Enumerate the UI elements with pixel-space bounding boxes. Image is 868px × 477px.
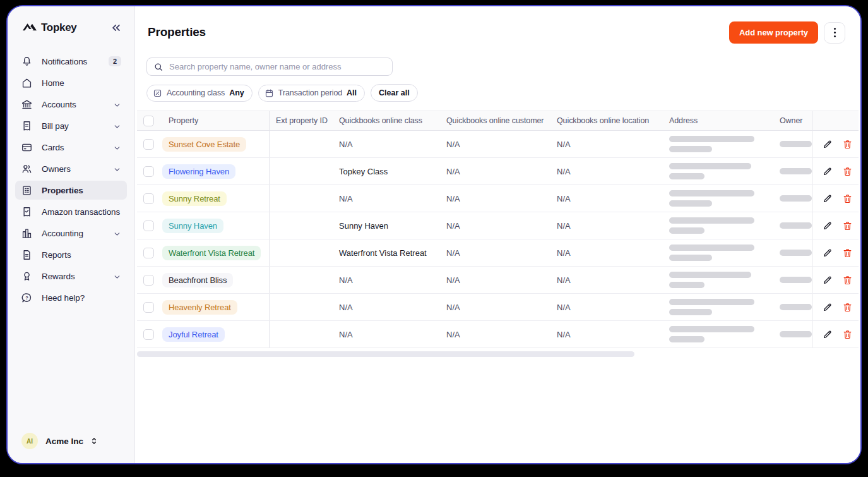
svg-text:?: ? [25, 294, 28, 300]
row-actions [812, 302, 859, 313]
quickbooks-class-cell: N/A [333, 194, 440, 203]
search-input[interactable] [169, 62, 386, 71]
search-icon [153, 62, 163, 72]
add-new-property-button[interactable]: Add new property [729, 21, 818, 44]
chevron-down-icon [113, 165, 121, 173]
trash-icon[interactable] [842, 302, 853, 313]
owner-skeleton [780, 222, 812, 229]
row-checkbox[interactable] [143, 166, 154, 177]
row-checkbox[interactable] [143, 275, 154, 286]
trash-icon[interactable] [842, 329, 853, 340]
trash-icon[interactable] [842, 166, 853, 177]
sidebar-item-rewards[interactable]: Rewards [15, 267, 127, 286]
pencil-icon[interactable] [822, 329, 833, 340]
row-checkbox[interactable] [143, 139, 154, 150]
pencil-icon[interactable] [822, 166, 833, 177]
address-skeleton [669, 326, 754, 332]
sidebar-item-owners[interactable]: Owners [15, 159, 127, 178]
sidebar-item-label: Home [42, 78, 64, 88]
sidebar-item-label: Cards [42, 143, 64, 152]
property-name-pill[interactable]: Waterfront Vista Retreat [162, 246, 261, 260]
sidebar-item-label: Amazon transactions [42, 207, 120, 217]
sidebar-item-amazon-transactions[interactable]: Amazon transactions [15, 202, 127, 221]
bank-icon [21, 99, 33, 111]
property-name-pill[interactable]: Heavenly Retreat [162, 300, 237, 315]
quickbooks-class-cell: N/A [333, 275, 440, 285]
sidebar-item-label: Bill pay [42, 121, 69, 131]
address-cell [663, 163, 773, 179]
row-checkbox[interactable] [143, 248, 154, 258]
property-cell: Beachfront Bliss [137, 267, 270, 293]
property-name-pill[interactable]: Sunny Retreat [162, 191, 227, 206]
property-name-pill[interactable]: Flowering Haven [162, 164, 235, 179]
sidebar-item-home[interactable]: Home [15, 73, 127, 92]
filters-row: Accounting class Any Transaction period … [146, 84, 860, 102]
table-row: Joyful Retreat N/A N/A N/A [137, 321, 859, 348]
pencil-icon[interactable] [822, 193, 833, 204]
properties-table: Property Ext property ID Quickbooks onli… [137, 111, 859, 348]
sidebar-item-accounting[interactable]: Accounting [15, 224, 127, 243]
trash-icon[interactable] [842, 248, 853, 258]
sidebar-item-accounts[interactable]: Accounts [15, 95, 127, 114]
column-header: Quickbooks online customer [440, 116, 550, 125]
horizontal-scrollbar [137, 351, 859, 357]
search-bar [146, 57, 393, 76]
address-cell [663, 326, 773, 342]
owner-cell [773, 158, 812, 184]
pencil-icon[interactable] [822, 248, 833, 258]
quickbooks-customer-cell: N/A [440, 194, 550, 203]
org-avatar: AI [21, 433, 38, 449]
double-chevron-left-icon[interactable] [110, 22, 122, 33]
property-name-pill[interactable]: Sunset Cove Estate [162, 137, 246, 152]
row-checkbox[interactable] [143, 329, 154, 340]
scrollbar-thumb[interactable] [137, 351, 634, 357]
pencil-icon[interactable] [822, 302, 833, 313]
kebab-menu-button[interactable] [824, 22, 845, 44]
address-skeleton [669, 255, 712, 261]
transaction-period-filter-chip[interactable]: Transaction period All [258, 85, 365, 102]
quickbooks-location-cell: N/A [550, 248, 663, 258]
table-row: Sunny Haven Sunny Haven N/A N/A [137, 212, 859, 239]
address-skeleton [669, 190, 754, 196]
quickbooks-class-cell: N/A [333, 303, 440, 312]
property-name-pill[interactable]: Joyful Retreat [162, 327, 225, 342]
owner-cell [773, 212, 812, 239]
address-skeleton [669, 299, 754, 305]
property-cell: Joyful Retreat [137, 321, 270, 347]
sidebar-item-heed-help[interactable]: ? Heed help? [15, 288, 127, 307]
property-cell: Heavenly Retreat [137, 294, 270, 320]
address-skeleton [669, 245, 754, 251]
sidebar-item-cards[interactable]: Cards [15, 138, 127, 157]
org-switcher[interactable]: AI Acme Inc [8, 421, 134, 463]
address-skeleton [669, 146, 712, 152]
address-cell [663, 245, 773, 261]
quickbooks-location-cell: N/A [550, 194, 663, 203]
address-skeleton [669, 309, 712, 315]
calendar-icon [265, 88, 274, 98]
row-checkbox[interactable] [143, 220, 154, 231]
select-all-checkbox[interactable] [143, 116, 154, 126]
accounting-class-filter-chip[interactable]: Accounting class Any [146, 85, 253, 102]
trash-icon[interactable] [842, 139, 853, 150]
trash-icon[interactable] [842, 193, 853, 204]
property-header-cell: Property [137, 111, 270, 130]
property-name-pill[interactable]: Sunny Haven [162, 219, 223, 233]
sidebar-item-bill-pay[interactable]: Bill pay [15, 116, 127, 135]
column-header: Owner [773, 111, 812, 130]
property-name-pill[interactable]: Beachfront Bliss [162, 273, 233, 287]
trash-icon[interactable] [842, 275, 853, 286]
trash-icon[interactable] [842, 220, 853, 231]
pencil-icon[interactable] [822, 139, 833, 150]
column-header: Address [663, 116, 773, 125]
row-checkbox[interactable] [143, 193, 154, 204]
pencil-icon[interactable] [822, 275, 833, 286]
row-checkbox[interactable] [143, 302, 154, 313]
pencil-icon[interactable] [822, 220, 833, 231]
sidebar-item-notifications[interactable]: Notifications 2 [15, 52, 127, 71]
sidebar-item-properties[interactable]: Properties [15, 181, 127, 200]
receipt-icon [21, 120, 33, 132]
quickbooks-class-cell: N/A [333, 140, 440, 149]
table-row: Waterfront Vista Retreat Waterfront Vist… [137, 239, 859, 267]
sidebar-item-reports[interactable]: Reports [15, 245, 127, 264]
clear-all-button[interactable]: Clear all [371, 84, 418, 102]
